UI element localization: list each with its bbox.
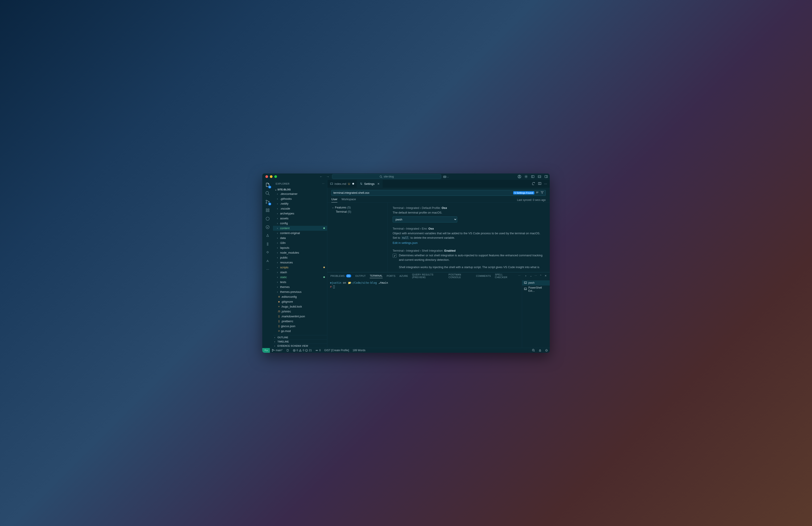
activity-run[interactable] [264, 207, 271, 213]
tab-settings[interactable]: Settings ✕ [357, 180, 382, 188]
tree-item--markdownlint-json[interactable]: {}.markdownlint.json [273, 314, 327, 319]
tree-item-archetypes[interactable]: ›archetypes [273, 211, 327, 216]
section-evidence-schema-view[interactable]: ›EVIDENCE SCHEMA VIEW [273, 344, 327, 348]
nav-forward-button[interactable]: → [325, 175, 330, 178]
terminal-dropdown-icon[interactable]: ⌄ [530, 274, 532, 277]
tree-item--netlify[interactable]: ›.netlify [273, 201, 327, 206]
folder-header[interactable]: ⌄ SITE-BLOG [273, 188, 327, 192]
layout-panel-icon[interactable] [538, 175, 541, 178]
panel-tab-postman[interactable]: POSTMAN CONSOLE [449, 273, 472, 279]
tree-item-static[interactable]: ›static [273, 275, 327, 280]
status-errors[interactable]: 0 0 21 [291, 349, 314, 352]
toc-terminal[interactable]: Terminal (5) [329, 210, 386, 214]
toc-features[interactable]: ⌄ Features (5) [329, 205, 386, 210]
layout-primary-icon[interactable] [531, 175, 535, 178]
section-timeline[interactable]: ›TIMELINE [273, 340, 327, 344]
setting-checkbox[interactable]: ✓ [393, 254, 397, 258]
activity-python[interactable] [264, 241, 271, 247]
activity-github[interactable] [264, 215, 271, 222]
tree-item-go-mod[interactable]: ⟳go.mod [273, 329, 327, 334]
panel-tab-problems[interactable]: PROBLEMS 21 [331, 274, 351, 277]
tree-item-content[interactable]: ›content [273, 226, 327, 231]
panel-maximize-icon[interactable]: ⌃ [540, 274, 542, 277]
close-icon[interactable]: ✕ [377, 182, 380, 185]
tree-item-themes-previous[interactable]: ›themes-previous [273, 289, 327, 295]
scope-user-tab[interactable]: User [331, 197, 337, 202]
tab-index-md[interactable]: index.md U [327, 180, 357, 188]
minimize-window-button[interactable] [270, 175, 273, 178]
more-icon[interactable]: ⋯ [544, 182, 547, 185]
activity-a[interactable] [264, 258, 271, 264]
status-zoom[interactable] [530, 349, 537, 352]
split-editor-icon[interactable] [538, 182, 541, 186]
panel-tab-query[interactable]: QUERY RESULTS (PREVIEW) [412, 273, 445, 279]
terminal-view[interactable]: ⊛justin on 📁~/Code/site-blog ⎇main # [327, 280, 522, 348]
status-words[interactable]: 189 Words [351, 349, 367, 352]
settings-gear-icon[interactable] [524, 175, 528, 178]
tree-item-i18n[interactable]: ›i18n [273, 241, 327, 245]
tree-item-content-original[interactable]: ›content-original [273, 231, 327, 236]
tree-item--prettierrc[interactable]: {}.prettierrc [273, 319, 327, 324]
settings-search-input[interactable] [333, 191, 513, 194]
panel-tab-terminal[interactable]: TERMINAL [370, 274, 382, 278]
panel-tab-output[interactable]: OUTPUT [355, 274, 366, 277]
nav-back-button[interactable]: ← [319, 175, 323, 178]
open-json-icon[interactable] [532, 182, 535, 186]
panel-close-icon[interactable]: ✕ [545, 274, 547, 277]
activity-jira[interactable] [264, 250, 271, 256]
tree-item-resources[interactable]: ›resources [273, 260, 327, 265]
clear-search-icon[interactable] [536, 191, 539, 195]
tree-item-assets[interactable]: ›assets [273, 216, 327, 221]
tree-item-node-modules[interactable]: ›node_modules [273, 250, 327, 255]
tree-item-scripts[interactable]: ›scripts [273, 265, 327, 270]
tree-item-data[interactable]: ›data [273, 236, 327, 241]
panel-tab-comments[interactable]: COMMENTS [476, 274, 491, 277]
activity-more[interactable]: ⋯ [264, 266, 271, 273]
tree-item-public[interactable]: ›public [273, 255, 327, 260]
tree-item-layouts[interactable]: ›layouts [273, 245, 327, 250]
activity-scm[interactable]: 9 [264, 199, 271, 205]
activity-explorer[interactable]: 1 [264, 182, 271, 188]
setting-select[interactable]: pwsh [393, 216, 457, 223]
tree-item--vscode[interactable]: ›.vscode [273, 206, 327, 211]
command-center[interactable]: site-blog [332, 174, 441, 179]
section-outline[interactable]: ›OUTLINE [273, 335, 327, 340]
status-sync[interactable] [284, 349, 291, 352]
new-terminal-button[interactable]: ＋ [524, 274, 527, 277]
tree-item--jshintrc[interactable]: JS.jshintrc [273, 309, 327, 314]
account-icon[interactable] [518, 175, 521, 178]
status-branch[interactable]: main* [270, 349, 284, 352]
filter-icon[interactable] [540, 191, 544, 195]
tree-item--devcontainer[interactable]: ›.devcontainer [273, 192, 327, 196]
tree-item-giscus-json[interactable]: {}giscus.json [273, 324, 327, 329]
tree-item-go-sum[interactable]: ≡go.sum [273, 334, 327, 335]
maximize-window-button[interactable] [274, 175, 277, 178]
close-window-button[interactable] [265, 175, 268, 178]
panel-more-icon[interactable]: ⋯ [535, 274, 537, 277]
tree-item-config[interactable]: ›config [273, 221, 327, 226]
terminal-item-pwsh[interactable]: pwsh [522, 280, 550, 285]
tree-item-themes[interactable]: ›themes [273, 285, 327, 289]
panel-tab-spell[interactable]: SPELL CHECKER [495, 273, 514, 279]
tree-item--gitignore[interactable]: ◆.gitignore [273, 299, 327, 304]
status-bell[interactable] [543, 349, 550, 352]
settings-search[interactable]: 5 Settings Found [331, 190, 546, 196]
tree-item--hugo-build-lock[interactable]: ≡.hugo_build.lock [273, 304, 327, 309]
activity-azure[interactable] [264, 232, 271, 239]
tree-item-stash[interactable]: ›stash [273, 270, 327, 275]
edit-in-settings-json-link[interactable]: Edit in settings.json [393, 241, 418, 244]
panel-tab-ports[interactable]: PORTS [387, 274, 395, 277]
status-ports[interactable]: 0 [314, 349, 322, 352]
tree-item--editorconfig[interactable]: ⚙.editorconfig [273, 295, 327, 299]
copilot-icon[interactable]: ⌄ [443, 175, 449, 178]
sidebar-more-icon[interactable]: ⋯ [322, 182, 324, 185]
terminal-item-powershell-ext[interactable]: PowerShell Ext… [522, 285, 550, 293]
status-lock[interactable] [537, 349, 543, 352]
scope-workspace-tab[interactable]: Workspace [342, 197, 356, 202]
layout-secondary-icon[interactable] [545, 175, 548, 178]
tree-item-tests[interactable]: ›tests [273, 280, 327, 285]
remote-indicator[interactable] [262, 348, 270, 353]
tree-item--githooks[interactable]: ›.githooks [273, 196, 327, 201]
activity-check[interactable] [264, 224, 271, 230]
status-gist[interactable]: GIST [Create Profile] [322, 349, 351, 352]
